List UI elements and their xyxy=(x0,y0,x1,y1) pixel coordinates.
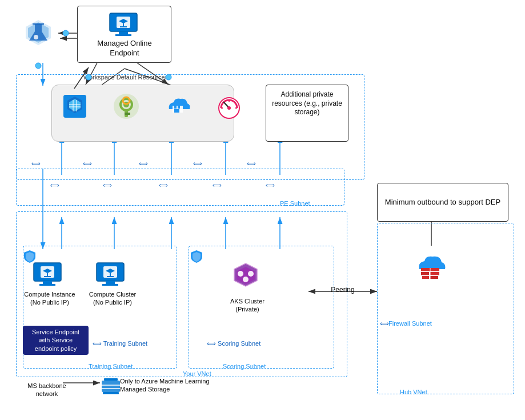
top-connector-3: ⟺ xyxy=(139,160,148,167)
svg-rect-84 xyxy=(102,381,120,392)
svg-rect-77 xyxy=(421,272,429,275)
svg-rect-57 xyxy=(43,281,52,284)
managed-endpoint-label: Managed Online Endpoint xyxy=(85,39,165,58)
svg-rect-23 xyxy=(119,31,128,34)
top-vnet-dashed-box xyxy=(16,74,364,180)
firewall-subnet-label: Firewall Subnet xyxy=(388,320,432,327)
peering-label: Peering xyxy=(323,286,363,295)
pe-connector-4: ⟺ xyxy=(213,182,222,189)
compute-instance-icon xyxy=(31,260,63,289)
network-diagram: Managed Online Endpoint Workspace Defaul… xyxy=(0,0,525,420)
svg-point-94 xyxy=(35,63,41,69)
minimum-outbound-box: Minimum outbound to support DEP xyxy=(377,183,508,222)
scoring-subnet-connector: ⟺ Scoring Subnet xyxy=(207,340,261,347)
firewall-icon xyxy=(410,246,450,286)
your-vnet-label: Your VNet xyxy=(183,370,211,377)
service-endpoint-label: Service Endpoint with Service endpoint p… xyxy=(32,329,79,352)
ms-backbone-label: MS backbone network xyxy=(24,382,70,398)
managed-storage-icon xyxy=(100,376,122,396)
managed-endpoint-icon xyxy=(106,10,141,39)
svg-point-73 xyxy=(248,271,254,277)
only-azure-label: Only to Azure Machine Learning Managed S… xyxy=(120,377,214,394)
firewall-subnet-connector: ⟺ xyxy=(380,320,389,327)
svg-point-31 xyxy=(34,35,38,39)
top-connector-2: ⟺ xyxy=(83,160,92,167)
svg-point-74 xyxy=(243,277,249,282)
aks-cluster-label: AKS Cluster (Private) xyxy=(222,297,273,314)
training-subnet-connector: ⟺ Training Subnet xyxy=(93,340,147,347)
scoring-shield-icon xyxy=(189,249,205,265)
svg-rect-58 xyxy=(39,284,55,286)
svg-rect-65 xyxy=(102,284,118,286)
svg-rect-78 xyxy=(430,272,439,275)
compute-instance-label: Compute Instance (No Public IP) xyxy=(24,290,75,307)
compute-cluster-label: Compute Cluster (No Public IP) xyxy=(87,290,138,307)
svg-point-72 xyxy=(238,271,243,277)
top-connector-5: ⟺ xyxy=(247,160,256,167)
azure-ml-icon xyxy=(22,16,55,49)
hub-vnet-label: Hub VNet xyxy=(400,389,427,395)
compute-cluster-icon xyxy=(94,260,126,289)
svg-rect-64 xyxy=(106,281,115,284)
minimum-outbound-label: Minimum outbound to support DEP xyxy=(385,197,500,207)
svg-rect-86 xyxy=(103,392,119,394)
svg-point-93 xyxy=(63,30,69,36)
service-endpoint-box: Service Endpoint with Service endpoint p… xyxy=(23,326,89,355)
pe-connector-5: ⟺ xyxy=(266,182,275,189)
svg-rect-80 xyxy=(430,276,438,279)
pe-connector-3: ⟺ xyxy=(159,182,168,189)
svg-rect-79 xyxy=(422,276,429,279)
aks-cluster-icon xyxy=(226,260,266,297)
pe-connector-2: ⟺ xyxy=(103,182,112,189)
svg-rect-24 xyxy=(115,34,131,36)
top-connector-1: ⟺ xyxy=(31,160,41,167)
pe-connector-1: ⟺ xyxy=(50,182,59,189)
scoring-subnet-label: Scoring Subnet xyxy=(223,363,266,370)
pe-subnet-label: PE Subnet xyxy=(280,200,310,207)
svg-rect-85 xyxy=(104,378,118,381)
training-subnet-label: Training Subnet xyxy=(89,363,133,370)
top-connector-4: ⟺ xyxy=(193,160,202,167)
